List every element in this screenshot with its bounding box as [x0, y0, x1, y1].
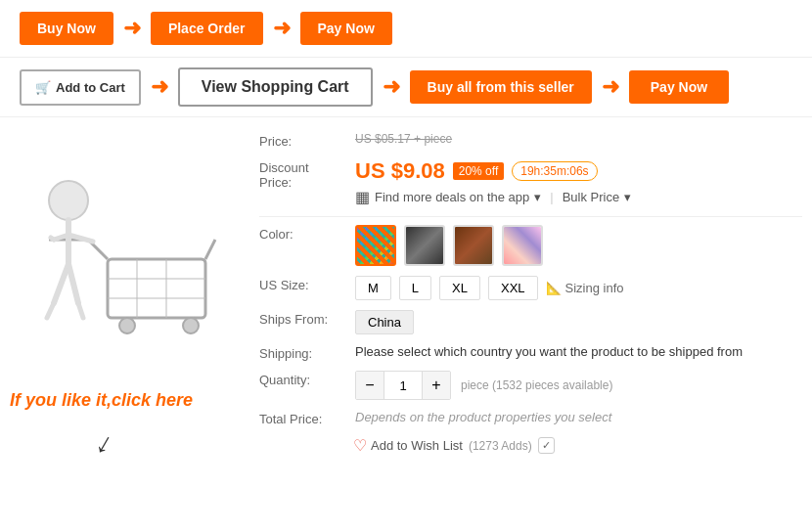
- size-m-button[interactable]: M: [355, 276, 391, 300]
- right-panel: Price: US $05.17 + piece Discount Price:…: [254, 127, 812, 469]
- qty-available-text: piece (1532 pieces available): [461, 378, 612, 392]
- price-label: Price:: [259, 132, 347, 149]
- svg-rect-0: [108, 259, 205, 318]
- wish-list-row: ♡ Add to Wish List (1273 Adds) ✓: [259, 436, 802, 455]
- pay-now-top-button[interactable]: Pay Now: [300, 12, 392, 45]
- place-order-button[interactable]: Place Order: [151, 12, 263, 45]
- quantity-controls: − + piece (1532 pieces available): [355, 371, 612, 400]
- add-to-wish-list-button[interactable]: ♡ Add to Wish List: [353, 436, 463, 455]
- dropdown-arrow-app[interactable]: ▾: [534, 190, 541, 204]
- app-deals-text: Find more deals on the app: [375, 190, 529, 204]
- total-price-label: Total Price:: [259, 410, 347, 426]
- color-swatches: [355, 225, 543, 266]
- size-xxl-button[interactable]: XXL: [488, 276, 538, 300]
- size-label: US Size:: [259, 276, 347, 292]
- sizing-info[interactable]: 📐 Sizing info: [546, 281, 624, 295]
- ships-from-button[interactable]: China: [355, 310, 414, 334]
- arrow3-icon: ➜: [151, 74, 168, 100]
- discount-price-row: Discount Price: US $9.08 20% off 19h:35m…: [259, 158, 802, 206]
- ships-from-row: Ships From: China: [259, 310, 802, 334]
- buy-all-seller-button[interactable]: Buy all from this seller: [410, 70, 592, 104]
- ruler-icon: 📐: [546, 281, 562, 295]
- wish-list-spacer: [259, 445, 347, 447]
- shipping-label: Shipping:: [259, 344, 347, 361]
- discount-price: US $9.08: [355, 158, 445, 184]
- off-badge: 20% off: [453, 162, 504, 180]
- dropdown-arrow-bulk[interactable]: ▾: [624, 190, 631, 204]
- buy-now-button[interactable]: Buy Now: [20, 12, 113, 45]
- svg-line-16: [47, 303, 54, 318]
- size-xl-button[interactable]: XL: [439, 276, 480, 300]
- svg-line-17: [68, 264, 78, 303]
- ships-from-label: Ships From:: [259, 310, 347, 327]
- app-deals-row: ▦ Find more deals on the app ▾ | Bulk Pr…: [355, 188, 631, 206]
- color-swatch-3[interactable]: [453, 225, 494, 266]
- qty-decrease-button[interactable]: −: [356, 372, 383, 399]
- qty-stepper: − +: [355, 371, 451, 400]
- original-price: US $05.17 + piece: [355, 132, 452, 146]
- size-options: M L XL XXL 📐 Sizing info: [355, 276, 624, 300]
- qty-input[interactable]: [383, 372, 423, 399]
- svg-point-10: [49, 181, 88, 220]
- color-label: Color:: [259, 225, 347, 242]
- cart-figure: [10, 137, 245, 411]
- discount-label: Discount Price:: [259, 158, 347, 190]
- heart-icon: ♡: [353, 436, 367, 455]
- color-row: Color:: [259, 225, 802, 266]
- arrow5-icon: ➜: [602, 74, 619, 100]
- size-l-button[interactable]: L: [399, 276, 431, 300]
- divider1: [259, 216, 802, 217]
- size-row: US Size: M L XL XXL 📐 Sizing info: [259, 276, 802, 300]
- add-to-cart-button[interactable]: 🛒 Add to Cart: [20, 69, 141, 106]
- view-shopping-cart-button[interactable]: View Shopping Cart: [178, 67, 373, 107]
- quantity-row: Quantity: − + piece (1532 pieces availab…: [259, 371, 802, 400]
- timer-badge: 19h:35m:06s: [512, 161, 597, 181]
- wish-dropdown-button[interactable]: ✓: [538, 437, 555, 454]
- shipping-row: Shipping: Please select which country yo…: [259, 344, 802, 361]
- price-row: Price: US $05.17 + piece: [259, 132, 802, 149]
- main-content: If you like it,click here ↓ Price: US $0…: [0, 117, 812, 479]
- top-flow-bar: Buy Now ➜ Place Order ➜ Pay Now: [0, 0, 812, 58]
- svg-line-18: [78, 303, 83, 318]
- wish-list-label: Add to Wish List: [371, 438, 463, 453]
- quantity-label: Quantity:: [259, 371, 347, 387]
- pay-now-bottom-button[interactable]: Pay Now: [629, 70, 729, 104]
- wish-adds-count: (1273 Adds): [469, 439, 532, 453]
- qty-increase-button[interactable]: +: [423, 372, 450, 399]
- shipping-text: Please select which country you want the…: [355, 344, 743, 359]
- color-swatch-4[interactable]: [502, 225, 543, 266]
- pipe-divider: |: [550, 190, 553, 204]
- if-you-like-text: If you like it,click here: [10, 390, 193, 411]
- arrow2-icon: ➜: [273, 16, 291, 41]
- total-price-row: Total Price: Depends on the product prop…: [259, 410, 802, 426]
- qr-icon: ▦: [355, 188, 370, 206]
- total-price-text: Depends on the product properties you se…: [355, 410, 611, 424]
- svg-line-15: [54, 264, 68, 303]
- cart-icon: 🛒: [35, 80, 51, 95]
- color-swatch-1[interactable]: [355, 225, 396, 266]
- left-panel: If you like it,click here ↓: [0, 127, 254, 469]
- svg-line-2: [205, 240, 215, 259]
- cart-flow-bar: 🛒 Add to Cart ➜ View Shopping Cart ➜ Buy…: [0, 58, 812, 117]
- bulk-price-link[interactable]: Bulk Price: [563, 190, 620, 204]
- svg-point-4: [119, 318, 135, 333]
- click-arrow-icon: ↓: [91, 425, 120, 462]
- discount-price-block: US $9.08 20% off 19h:35m:06s ▦ Find more…: [355, 158, 631, 206]
- color-swatch-2[interactable]: [404, 225, 445, 266]
- svg-point-5: [183, 318, 199, 333]
- arrow4-icon: ➜: [383, 74, 400, 100]
- svg-line-13: [51, 238, 54, 240]
- arrow1-icon: ➜: [123, 16, 141, 41]
